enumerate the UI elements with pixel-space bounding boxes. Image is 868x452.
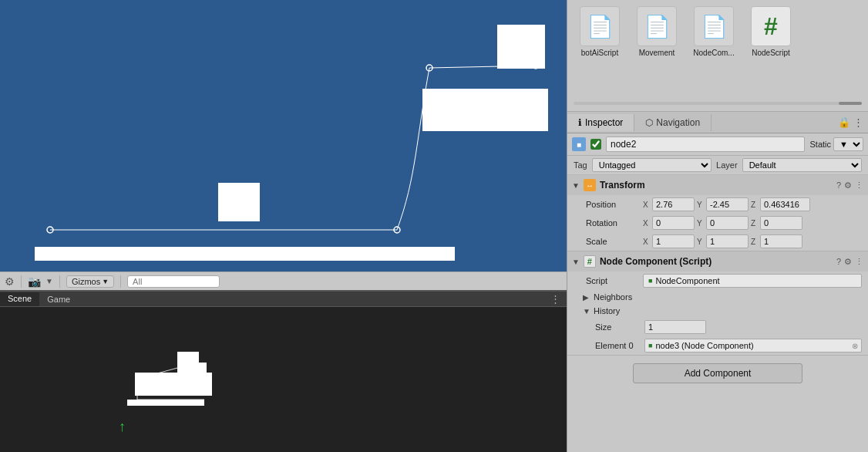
element0-value[interactable]: ■ node3 (Node Component) ⊗	[644, 339, 862, 352]
node-component-title: Node Component (Script)	[600, 256, 833, 267]
asset-label-3: NodeScript	[752, 49, 789, 57]
rotation-y-input[interactable]	[706, 216, 749, 230]
navigation-icon: ⬡	[645, 117, 653, 128]
toolbar-sep-2	[59, 275, 60, 288]
rotation-x-input[interactable]	[652, 216, 695, 230]
position-z-input[interactable]	[760, 197, 810, 211]
transform-help-btn[interactable]: ?	[836, 180, 841, 190]
node-component-header[interactable]: ▼ # Node Component (Script) ? ⚙ ⋮	[567, 251, 868, 272]
bottom-panel: Scene Game ⋮ ↑	[0, 290, 567, 452]
transform-header[interactable]: ▼ ↔ Transform ? ⚙ ⋮	[567, 175, 868, 195]
element0-label: Element 0	[595, 341, 641, 350]
bottom-panel-gear-icon[interactable]: ⋮	[544, 292, 567, 306]
position-y-input[interactable]	[706, 197, 749, 211]
scene-rect-2[interactable]	[422, 89, 548, 131]
asset-item-2[interactable]: 📄 NodeCom...	[689, 6, 738, 57]
object-name-input[interactable]	[606, 137, 805, 152]
navigation-tab-label: Navigation	[656, 117, 700, 128]
svg-point-2	[426, 65, 432, 71]
asset-item-1[interactable]: 📄 Movement	[632, 6, 681, 57]
scale-x-group: X	[643, 234, 695, 248]
left-panel: ⚙ 📷 ▼ Gizmos ▼ Scene Game ⋮	[0, 0, 567, 452]
node-menu-btn[interactable]: ⋮	[855, 257, 863, 267]
node-help-btn[interactable]: ?	[836, 257, 841, 266]
scroll-track[interactable]	[574, 102, 862, 105]
asset-icon-nodescript: #	[751, 6, 791, 46]
position-x-group: X	[643, 197, 695, 211]
search-input[interactable]	[127, 275, 220, 288]
mini-arrow: ↑	[119, 419, 126, 435]
scale-y-group: Y	[697, 234, 749, 248]
scroll-thumb[interactable]	[839, 102, 862, 105]
scene-rect-floor[interactable]	[35, 247, 455, 261]
scene-view[interactable]: ⚙ 📷 ▼ Gizmos ▼	[0, 0, 567, 290]
tab-inspector[interactable]: ℹ Inspector	[567, 114, 634, 131]
scene-rect-3[interactable]	[218, 183, 260, 221]
scale-row: Scale X Y Z	[567, 232, 868, 251]
static-label: Static	[809, 140, 831, 149]
ref-clear-btn[interactable]: ⊗	[852, 342, 858, 350]
history-foldout[interactable]: ▼ History	[567, 304, 868, 318]
minimap-area[interactable]: ↑	[0, 307, 567, 452]
scale-x-input[interactable]	[652, 234, 695, 248]
static-dropdown[interactable]: ▼	[833, 137, 863, 151]
neighbors-foldout[interactable]: ▶ Neighbors	[567, 290, 868, 304]
transform-actions: ? ⚙ ⋮	[836, 180, 863, 191]
add-component-button[interactable]: Add Component	[633, 363, 802, 383]
rotation-inputs: X Y Z	[643, 216, 862, 230]
transform-menu-btn[interactable]: ⋮	[855, 180, 863, 191]
scene-rect-1[interactable]	[497, 25, 545, 69]
scale-y-input[interactable]	[706, 234, 749, 248]
rotation-z-input[interactable]	[760, 216, 802, 230]
node-component-section: ▼ # Node Component (Script) ? ⚙ ⋮ Script…	[567, 251, 868, 356]
element0-row: Element 0 ■ node3 (Node Component) ⊗	[567, 336, 868, 355]
rotation-z-group: Z	[751, 216, 802, 230]
position-y-group: Y	[697, 197, 749, 211]
tab-scene[interactable]: Scene	[0, 292, 39, 306]
settings-icon[interactable]: ⚙	[5, 275, 15, 288]
tag-select[interactable]: Untagged	[592, 158, 712, 172]
size-input[interactable]	[644, 320, 706, 334]
scale-x-axis: X	[643, 238, 651, 246]
tab-navigation[interactable]: ⬡ Navigation	[634, 114, 712, 131]
node-component-arrow: ▼	[572, 258, 580, 266]
element0-text: node3 (Node Component)	[655, 341, 753, 350]
toolbar-sep-3	[120, 275, 121, 288]
camera-dropdown[interactable]: ▼	[45, 277, 53, 285]
inspector-tab-label: Inspector	[585, 117, 623, 128]
camera-icon[interactable]: 📷	[28, 275, 41, 288]
scale-label: Scale	[586, 237, 640, 246]
position-label: Position	[586, 200, 640, 209]
inspector-icon: ℹ	[578, 117, 582, 128]
scale-z-input[interactable]	[760, 234, 802, 248]
asset-item-3[interactable]: # NodeScript	[746, 6, 796, 57]
gizmos-label: Gizmos	[72, 277, 100, 286]
rotation-z-axis: Z	[751, 219, 759, 228]
lock-icon[interactable]: 🔒	[838, 116, 850, 128]
script-value[interactable]: ■ NodeComponent	[643, 274, 862, 288]
transform-icon: ↔	[584, 179, 596, 191]
gizmos-dropdown-icon: ▼	[102, 278, 109, 285]
script-name: NodeComponent	[655, 276, 719, 285]
inspector-tabs: ℹ Inspector ⬡ Navigation 🔒 ⋮	[567, 112, 868, 133]
position-x-input[interactable]	[652, 197, 695, 211]
gizmos-button[interactable]: Gizmos ▼	[66, 275, 114, 288]
asset-icon-nodecom: 📄	[694, 6, 734, 46]
asset-label-1: Movement	[639, 49, 675, 57]
scene-toolbar: ⚙ 📷 ▼ Gizmos ▼	[0, 272, 567, 290]
node-settings-btn[interactable]: ⚙	[844, 257, 852, 267]
inspector-tab-actions: 🔒 ⋮	[833, 116, 868, 128]
svg-point-4	[394, 227, 400, 233]
object-header: ■ Static ▼	[567, 133, 868, 156]
tab-game[interactable]: Game	[39, 293, 78, 305]
node-component-icon: #	[584, 255, 596, 268]
asset-scrollbar[interactable]	[567, 100, 868, 106]
layer-select[interactable]: Default	[742, 158, 862, 172]
transform-settings-btn[interactable]: ⚙	[844, 180, 852, 191]
asset-item-0[interactable]: 📄 botAiScript	[575, 6, 624, 57]
asset-strip: 📄 botAiScript 📄 Movement 📄 NodeCom... # …	[567, 0, 868, 112]
position-y-axis: Y	[697, 201, 705, 209]
inspector-menu-icon[interactable]: ⋮	[853, 116, 863, 128]
position-row: Position X Y Z	[567, 195, 868, 214]
object-active-checkbox[interactable]	[590, 139, 601, 150]
